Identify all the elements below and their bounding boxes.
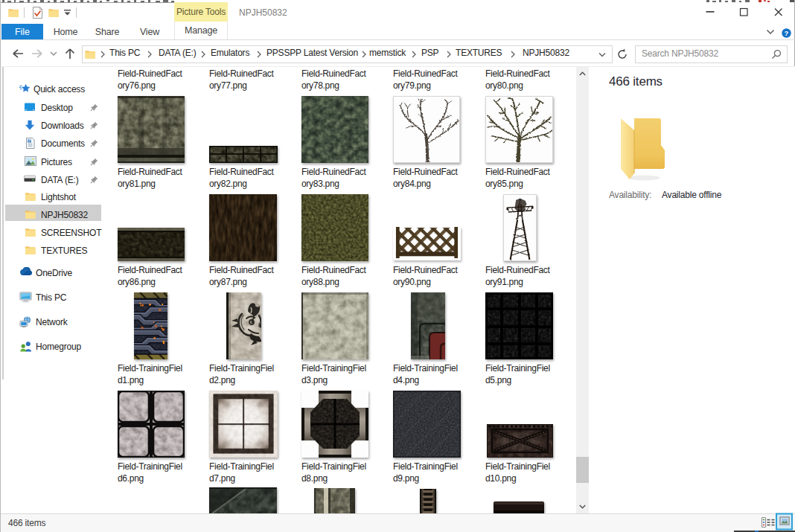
svg-text:?: ?: [785, 29, 789, 37]
